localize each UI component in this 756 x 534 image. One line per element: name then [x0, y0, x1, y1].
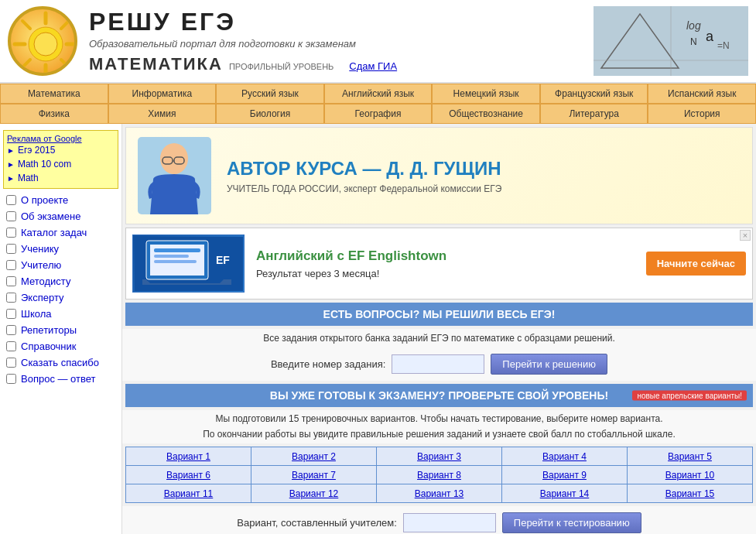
svg-rect-26	[154, 248, 200, 252]
checkbox-repetitory[interactable]	[6, 325, 16, 335]
variant-1-5[interactable]: Вариант 5	[628, 447, 753, 466]
sidebar-item-ob-ekzamene[interactable]: Об экзамене	[0, 208, 121, 224]
sidebar-ad-item-2[interactable]: ► Math 10 com	[7, 157, 115, 171]
ad-text: Английский с EF Englishtown Результат че…	[256, 248, 638, 279]
section2-subtext2: По окончании работы вы увидите правильны…	[122, 427, 756, 443]
variant-1-2[interactable]: Вариант 2	[251, 447, 377, 466]
checkbox-spasibo[interactable]	[6, 358, 16, 368]
task-submit-button[interactable]: Перейти к решению	[491, 354, 607, 375]
variant-3-3[interactable]: Вариант 13	[377, 484, 502, 503]
nav-row-2: Физика Химия Биология География Общество…	[0, 104, 756, 124]
section2-subtext1: Мы подготовили 15 тренировочных варианто…	[122, 410, 756, 427]
nav-spanish[interactable]: Испанский язык	[648, 84, 756, 104]
svg-rect-27	[154, 255, 189, 258]
sidebar-item-repetitory[interactable]: Репетиторы	[0, 322, 121, 338]
sidebar-item-uchitelyu[interactable]: Учителю	[0, 257, 121, 273]
nav-french[interactable]: Французский язык	[540, 84, 648, 104]
math-title: МАТЕМАТИКА	[89, 54, 223, 74]
sidebar-ad-label: Реклама от Google	[7, 134, 115, 143]
checkbox-metodistu[interactable]	[6, 276, 16, 286]
checkbox-ucheniku[interactable]	[6, 244, 16, 254]
variant-1-1[interactable]: Вариант 1	[126, 447, 251, 466]
sidebar-item-vopros[interactable]: Вопрос — ответ	[0, 371, 121, 387]
gia-link[interactable]: Сдам ГИА	[349, 60, 397, 72]
sidebar-item-o-proekte[interactable]: О проекте	[0, 192, 121, 208]
variant-2-2[interactable]: Вариант 7	[251, 466, 377, 484]
nav-istoriya[interactable]: История	[648, 104, 756, 124]
nav-english[interactable]: Английский язык	[324, 84, 433, 104]
ad-banner: × EF Английский	[125, 228, 753, 300]
variants-table: Вариант 1 Вариант 2 Вариант 3 Вариант 4 …	[125, 447, 753, 503]
hero-figure	[138, 137, 211, 214]
nav-fizika[interactable]: Физика	[0, 104, 108, 124]
arrow-icon-3: ►	[7, 174, 15, 183]
variant-3-5[interactable]: Вариант 15	[628, 484, 753, 503]
new-variants-badge: новые апрельские варианты!	[632, 391, 747, 401]
variant-1-4[interactable]: Вариант 4	[502, 447, 628, 466]
checkbox-vopros[interactable]	[6, 374, 16, 384]
header: РЕШУ ЕГЭ Образовательный портал для подг…	[0, 0, 756, 84]
checkbox-shkola[interactable]	[6, 309, 16, 319]
sidebar-ad-item-3[interactable]: ► Math	[7, 171, 115, 185]
ad-close-btn[interactable]: ×	[740, 230, 751, 241]
sidebar-item-ucheniku[interactable]: Ученику	[0, 241, 121, 257]
nav-row-1: Математика Информатика Русский язык Англ…	[0, 84, 756, 104]
checkbox-ob-ekzamene[interactable]	[6, 211, 16, 221]
svg-text:a: a	[706, 29, 714, 44]
sidebar-ad-item-1[interactable]: ► Егэ 2015	[7, 143, 115, 157]
checkbox-katalog[interactable]	[6, 228, 16, 238]
variants-row-2: Вариант 6 Вариант 7 Вариант 8 Вариант 9 …	[126, 466, 753, 484]
sidebar-item-ekspertu[interactable]: Эксперту	[0, 289, 121, 306]
variant-2-3[interactable]: Вариант 8	[377, 466, 502, 484]
ad-button[interactable]: Начните сейчас	[646, 252, 746, 276]
variants-row-1: Вариант 1 Вариант 2 Вариант 3 Вариант 4 …	[126, 447, 753, 466]
nav-geografiya[interactable]: География	[324, 104, 433, 124]
variant-3-4[interactable]: Вариант 14	[502, 484, 628, 503]
site-title: РЕШУ ЕГЭ	[89, 8, 594, 36]
header-image: log N a =N	[594, 6, 748, 76]
site-subtitle: Образовательный портал для подготовки к …	[89, 38, 594, 50]
checkbox-spravochnik[interactable]	[6, 341, 16, 351]
checkbox-uchitelyu[interactable]	[6, 260, 16, 270]
nav-informatika[interactable]: Информатика	[108, 84, 217, 104]
svg-line-5	[22, 21, 30, 29]
variant-1-3[interactable]: Вариант 3	[377, 447, 502, 466]
sidebar-item-shkola[interactable]: Школа	[0, 306, 121, 322]
ad-subtitle: Результат через 3 месяца!	[256, 268, 638, 279]
nav-biologiya[interactable]: Биология	[216, 104, 324, 124]
task-label: Введите номер задания:	[271, 358, 385, 370]
nav-himiya[interactable]: Химия	[108, 104, 217, 124]
sidebar-item-spasibo[interactable]: Сказать спасибо	[0, 354, 121, 371]
nav-russian[interactable]: Русский язык	[216, 84, 324, 104]
svg-text:EF: EF	[216, 254, 230, 266]
teacher-input[interactable]	[403, 513, 496, 532]
ad-title: Английский с EF Englishtown	[256, 248, 638, 264]
nav-matematika[interactable]: Математика	[0, 84, 108, 104]
teacher-row: Вариант, составленный учителем: Перейти …	[122, 506, 756, 534]
variant-2-1[interactable]: Вариант 6	[126, 466, 251, 484]
svg-point-9	[34, 33, 57, 56]
checkbox-ekspertu[interactable]	[6, 293, 16, 303]
nav-obshchestvo[interactable]: Обществознание	[432, 104, 540, 124]
variant-3-2[interactable]: Вариант 12	[251, 484, 377, 503]
nav-literatura[interactable]: Литература	[540, 104, 648, 124]
sidebar-item-katalog[interactable]: Каталог задач	[0, 224, 121, 241]
variant-2-5[interactable]: Вариант 10	[628, 466, 753, 484]
variant-3-1[interactable]: Вариант 11	[126, 484, 251, 503]
sidebar-item-spravochnik[interactable]: Справочник	[0, 338, 121, 354]
content: АВТОР КУРСА — Д. Д. ГУЩИН УЧИТЕЛЬ ГОДА Р…	[122, 124, 756, 534]
task-input[interactable]	[392, 354, 484, 374]
arrow-icon-2: ►	[7, 160, 15, 169]
nav-german[interactable]: Немецкий язык	[432, 84, 540, 104]
hero-subtitle: УЧИТЕЛЬ ГОДА РОССИИ, эксперт Федеральной…	[227, 183, 501, 194]
ad-image: EF	[132, 234, 245, 293]
checkbox-o-proekte[interactable]	[6, 195, 16, 205]
variant-2-4[interactable]: Вариант 9	[502, 466, 628, 484]
sidebar-item-metodistu[interactable]: Методисту	[0, 273, 121, 289]
section2-header-wrapper: ВЫ УЖЕ ГОТОВЫ К ЭКЗАМЕНУ? ПРОВЕРЬТЕ СВОЙ…	[125, 384, 753, 407]
svg-line-8	[22, 60, 30, 67]
teacher-submit-button[interactable]: Перейти к тестированию	[502, 512, 641, 533]
sidebar: Реклама от Google ► Егэ 2015 ► Math 10 c…	[0, 124, 122, 534]
svg-text:=N: =N	[717, 40, 730, 51]
section1-header: ЕСТЬ ВОПРОСЫ? МЫ РЕШИЛИ ВЕСЬ ЕГЭ!	[125, 303, 753, 326]
